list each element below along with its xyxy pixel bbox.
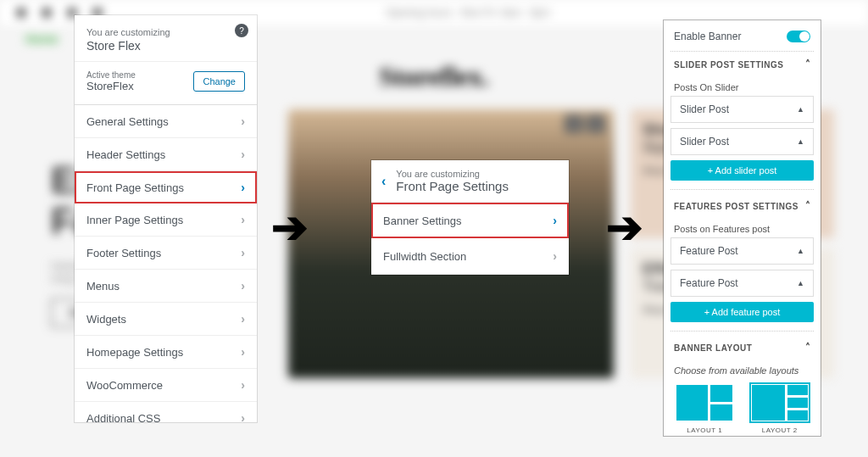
active-theme-label: Active theme — [86, 70, 136, 80]
chevron-right-icon: › — [241, 148, 245, 161]
enable-banner-label: Enable Banner — [674, 31, 741, 42]
menu-item-header-settings[interactable]: Header Settings› — [75, 138, 257, 171]
menu-item-menus[interactable]: Menus› — [75, 270, 257, 303]
triangle-up-icon: ▲ — [797, 105, 804, 114]
chevron-right-icon: › — [241, 114, 245, 128]
chevron-right-icon: › — [241, 312, 245, 326]
triangle-up-icon: ▲ — [797, 279, 804, 287]
menu-item-banner-settings[interactable]: Banner Settings› — [371, 203, 569, 238]
chevron-right-icon: › — [553, 214, 557, 227]
enable-banner-toggle[interactable] — [787, 31, 810, 42]
slider-post-item[interactable]: Slider Post▲ — [670, 96, 814, 123]
menu-item-front-page-settings[interactable]: Front Page Settings› — [75, 171, 257, 203]
menu-item-general-settings[interactable]: General Settings› — [75, 105, 257, 138]
section-banner-layout[interactable]: BANNER LAYOUT˄ — [670, 335, 814, 360]
posts-on-features-label: Posts on Features post — [670, 219, 814, 237]
chevron-up-icon: ˄ — [805, 342, 811, 354]
chevron-right-icon: › — [553, 249, 557, 263]
active-theme-name: StoreFlex — [86, 80, 136, 92]
chevron-right-icon: › — [241, 181, 245, 194]
menu-item-fullwidth-section[interactable]: Fullwidth Section› — [371, 238, 569, 275]
add-feature-post-button[interactable]: + Add feature post — [670, 302, 814, 322]
layout-option-1[interactable]: Layout 1 — [670, 382, 739, 434]
panel-title: Store Flex — [86, 39, 245, 53]
chevron-right-icon: › — [241, 411, 245, 422]
feature-post-item[interactable]: Feature Post▲ — [670, 237, 814, 265]
chevron-right-icon: › — [241, 279, 245, 293]
choose-layouts-label: Choose from available layouts — [670, 360, 814, 379]
help-icon[interactable]: ? — [235, 24, 248, 37]
back-button[interactable]: ‹ — [381, 174, 386, 189]
customizing-label: You are customizing — [86, 27, 245, 37]
triangle-up-icon: ▲ — [797, 137, 804, 146]
chevron-right-icon: › — [241, 213, 245, 226]
chevron-up-icon: ˄ — [805, 59, 811, 70]
menu-item-woocommerce[interactable]: WooCommerce› — [75, 369, 257, 402]
layout-option-2[interactable]: Layout 2 — [746, 382, 815, 434]
customizer-panel-banner-settings: Enable Banner SLIDER POST SETTINGS˄ Post… — [664, 20, 821, 436]
section-slider-post-settings[interactable]: SLIDER POST SETTINGS˄ — [670, 52, 814, 77]
chevron-right-icon: › — [241, 345, 245, 359]
feature-post-item[interactable]: Feature Post▲ — [670, 270, 814, 297]
slider-post-item[interactable]: Slider Post▲ — [670, 128, 814, 155]
menu-item-footer-settings[interactable]: Footer Settings› — [75, 237, 257, 270]
triangle-up-icon: ▲ — [797, 247, 804, 255]
customizing-label: You are customizing — [396, 169, 509, 179]
add-slider-post-button[interactable]: + Add slider post — [670, 160, 814, 181]
customizer-panel-front-page: ‹ You are customizing Front Page Setting… — [371, 160, 569, 275]
menu-item-inner-page-settings[interactable]: Inner Page Settings› — [75, 203, 257, 237]
chevron-right-icon: › — [241, 246, 245, 259]
change-theme-button[interactable]: Change — [193, 71, 245, 92]
panel-title: Front Page Settings — [396, 179, 509, 193]
menu-item-homepage-settings[interactable]: Homepage Settings› — [75, 336, 257, 369]
arrow-icon: ➔ — [271, 202, 309, 253]
chevron-right-icon: › — [241, 378, 245, 392]
menu-item-additional-css[interactable]: Additional CSS› — [75, 402, 257, 422]
section-features-post-settings[interactable]: FEATURES POST SETTINGS˄ — [670, 193, 814, 219]
arrow-icon: ➔ — [606, 202, 643, 253]
menu-item-widgets[interactable]: Widgets› — [75, 303, 257, 336]
chevron-up-icon: ˄ — [805, 200, 811, 212]
customizer-panel-main: You are customizing Store Flex ? Active … — [75, 15, 257, 422]
posts-on-slider-label: Posts On Slider — [670, 77, 814, 96]
